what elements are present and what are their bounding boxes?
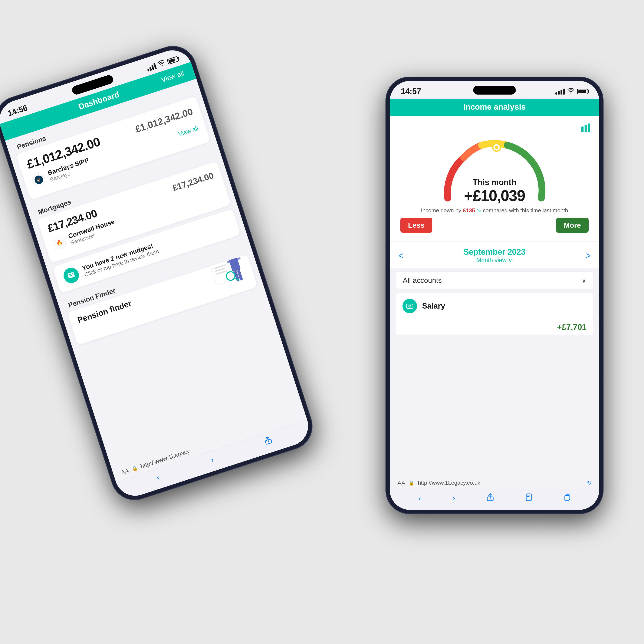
gauge-label-less[interactable]: Less bbox=[400, 218, 432, 233]
forward-button-2[interactable]: › bbox=[453, 494, 455, 503]
salary-name: Salary bbox=[422, 302, 586, 310]
pensions-view-all-link[interactable]: View all bbox=[177, 125, 199, 138]
gauge-comparison: Income down by £135 ↘ compared with this… bbox=[408, 207, 581, 214]
nudge-icon bbox=[62, 266, 81, 285]
scene: 14:56 bbox=[24, 24, 620, 620]
chevron-down-icon: ∨ bbox=[582, 277, 586, 284]
svg-rect-9 bbox=[237, 257, 241, 260]
salary-amount-bar: +£7,701 bbox=[396, 319, 593, 335]
svg-rect-7 bbox=[229, 257, 241, 272]
date-nav-month: September 2023 bbox=[463, 247, 526, 257]
wifi-icon-2 bbox=[567, 88, 575, 95]
dashboard-content: Pensions £1,012,342.00 £1,012,342.00 bbox=[5, 79, 303, 469]
phone-dashboard: 14:56 bbox=[0, 40, 318, 506]
signal-icon-2 bbox=[555, 89, 565, 95]
gauge-labels: Less More bbox=[398, 218, 591, 233]
account-selector-text: All accounts bbox=[403, 276, 442, 285]
tabs-button[interactable] bbox=[564, 493, 571, 503]
phone-shell-1: 14:56 bbox=[0, 40, 318, 506]
browser-text-label-1: AA bbox=[120, 467, 130, 476]
santander-logo: 🔥 bbox=[51, 235, 68, 251]
phone-screen-1: 14:56 bbox=[0, 45, 313, 501]
prev-month-button[interactable]: < bbox=[398, 251, 403, 260]
date-nav-view[interactable]: Month view ∨ bbox=[463, 257, 526, 264]
bookmarks-button[interactable] bbox=[525, 493, 532, 503]
gauge-center-text: This month +£10,039 bbox=[464, 178, 525, 204]
phone-income: 14:57 bbox=[386, 77, 603, 514]
svg-rect-21 bbox=[588, 124, 590, 132]
phone-screen-2: 14:57 bbox=[390, 81, 599, 510]
back-button-2[interactable]: ‹ bbox=[418, 494, 421, 503]
status-icons-2 bbox=[555, 88, 588, 95]
status-time-2: 14:57 bbox=[401, 87, 421, 96]
browser-text-label-2: AA bbox=[397, 480, 405, 486]
down-arrow-icon: ↘ bbox=[477, 207, 481, 214]
bar-chart-icon[interactable] bbox=[581, 123, 591, 134]
header-bar-2: Income analysis bbox=[390, 99, 599, 116]
comparison-prefix: Income down by bbox=[421, 207, 463, 214]
gauge-label-more[interactable]: More bbox=[556, 218, 589, 233]
dynamic-island-2 bbox=[473, 86, 516, 95]
next-month-button[interactable]: > bbox=[586, 251, 591, 260]
salary-amount: +£7,701 bbox=[557, 323, 586, 332]
income-content: This month +£10,039 Income down by £135 … bbox=[390, 116, 599, 476]
view-all-header-button[interactable]: View all bbox=[160, 69, 185, 84]
bottom-nav-2: ‹ › bbox=[390, 490, 599, 510]
svg-point-23 bbox=[495, 146, 498, 149]
svg-rect-20 bbox=[585, 125, 587, 132]
forward-button-1[interactable]: › bbox=[210, 455, 215, 464]
gauge-amount: +£10,039 bbox=[464, 187, 525, 204]
salary-icon bbox=[403, 299, 417, 313]
share-button-1[interactable] bbox=[264, 436, 273, 447]
salary-row[interactable]: Salary bbox=[396, 293, 593, 319]
gauge-month-label: This month bbox=[464, 178, 525, 187]
svg-rect-30 bbox=[565, 496, 569, 501]
phone-shell-2: 14:57 bbox=[386, 77, 603, 514]
back-button-1[interactable]: ‹ bbox=[155, 473, 160, 482]
svg-rect-24 bbox=[407, 304, 413, 308]
barclays-logo: 🦅 bbox=[31, 172, 47, 188]
signal-icon-1 bbox=[146, 63, 157, 72]
gauge-chart: This month +£10,039 bbox=[431, 136, 558, 207]
battery-icon-1 bbox=[167, 56, 179, 65]
gauge-container: This month +£10,039 Income down by £135 … bbox=[390, 116, 599, 241]
battery-icon-2 bbox=[577, 89, 588, 94]
comparison-amount: £135 bbox=[463, 207, 475, 214]
comparison-suffix: compared with this time last month bbox=[483, 207, 568, 214]
svg-rect-19 bbox=[581, 126, 584, 132]
share-button-2[interactable] bbox=[487, 493, 494, 503]
browser-bar-2: AA 🔒 http://www.1Legacy.co.uk ↻ bbox=[390, 476, 599, 490]
refresh-button[interactable]: ↻ bbox=[587, 479, 592, 486]
date-nav: < September 2023 Month view ∨ > bbox=[390, 241, 599, 268]
wifi-icon-1 bbox=[157, 59, 166, 69]
svg-point-25 bbox=[409, 305, 411, 307]
account-selector[interactable]: All accounts ∨ bbox=[396, 271, 593, 289]
header-title-2: Income analysis bbox=[400, 102, 589, 112]
browser-url-2[interactable]: http://www.1Legacy.co.uk bbox=[418, 480, 583, 486]
